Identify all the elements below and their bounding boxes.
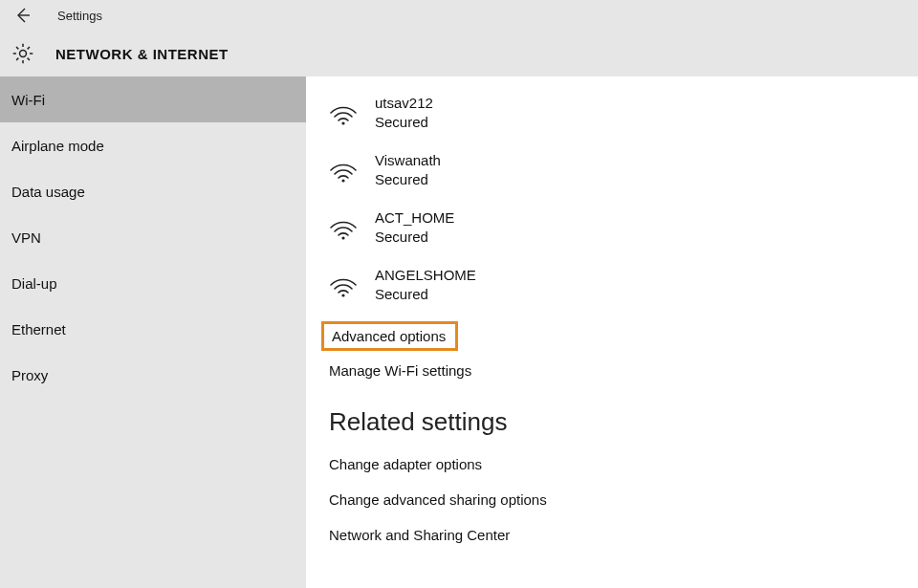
wifi-network-text: utsav212 Secured xyxy=(375,94,433,132)
wifi-network-status: Secured xyxy=(375,285,476,304)
wifi-network-name: ANGELSHOME xyxy=(375,266,476,285)
wifi-network-text: ANGELSHOME Secured xyxy=(375,266,476,304)
change-adapter-options-link[interactable]: Change adapter options xyxy=(329,446,918,482)
sidebar: Wi-Fi Airplane mode Data usage VPN Dial-… xyxy=(0,76,306,588)
wifi-icon xyxy=(329,100,358,125)
svg-point-2 xyxy=(341,121,344,124)
wifi-network-item[interactable]: utsav212 Secured xyxy=(329,86,918,143)
advanced-options-highlight: Advanced options xyxy=(321,321,458,351)
gear-icon xyxy=(10,40,36,67)
wifi-network-item[interactable]: Viswanath Secured xyxy=(329,143,918,201)
body: Wi-Fi Airplane mode Data usage VPN Dial-… xyxy=(0,76,918,588)
network-sharing-center-link[interactable]: Network and Sharing Center xyxy=(329,517,918,553)
sidebar-item-label: Data usage xyxy=(11,184,85,200)
wifi-network-status: Secured xyxy=(375,228,454,247)
wifi-icon xyxy=(329,158,358,183)
wifi-network-item[interactable]: ACT_HOME Secured xyxy=(329,201,918,258)
content-pane: utsav212 Secured Viswanath Secured xyxy=(306,76,918,588)
back-arrow-icon xyxy=(13,6,33,25)
settings-window: Settings NETWORK & INTERNET Wi-Fi Airpla… xyxy=(0,0,918,588)
sidebar-item-label: Airplane mode xyxy=(11,138,104,154)
sidebar-item-airplane-mode[interactable]: Airplane mode xyxy=(0,122,306,168)
wifi-network-name: ACT_HOME xyxy=(375,208,454,228)
page-header: NETWORK & INTERNET xyxy=(0,31,918,76)
svg-point-1 xyxy=(20,51,27,57)
manage-wifi-settings-link[interactable]: Manage Wi-Fi settings xyxy=(329,355,471,386)
sidebar-item-vpn[interactable]: VPN xyxy=(0,214,306,260)
svg-point-4 xyxy=(341,236,344,239)
sidebar-item-label: Ethernet xyxy=(11,321,66,338)
wifi-icon xyxy=(329,215,358,240)
sidebar-item-label: Proxy xyxy=(11,367,48,383)
sidebar-item-label: VPN xyxy=(11,229,41,246)
page-heading: NETWORK & INTERNET xyxy=(55,46,229,62)
change-advanced-sharing-link[interactable]: Change advanced sharing options xyxy=(329,482,918,517)
sidebar-item-dial-up[interactable]: Dial-up xyxy=(0,260,306,306)
sidebar-item-data-usage[interactable]: Data usage xyxy=(0,168,306,214)
wifi-network-name: utsav212 xyxy=(375,94,433,113)
back-button[interactable] xyxy=(8,0,38,31)
wifi-network-item[interactable]: ANGELSHOME Secured xyxy=(329,258,918,316)
titlebar: Settings xyxy=(0,0,918,31)
wifi-network-name: Viswanath xyxy=(375,151,441,170)
wifi-network-text: ACT_HOME Secured xyxy=(375,208,454,247)
svg-point-3 xyxy=(341,179,344,182)
sidebar-item-label: Dial-up xyxy=(11,275,57,292)
sidebar-item-wifi[interactable]: Wi-Fi xyxy=(0,76,306,122)
advanced-options-link[interactable]: Advanced options xyxy=(332,328,446,344)
svg-point-5 xyxy=(341,294,344,296)
wifi-network-text: Viswanath Secured xyxy=(375,151,441,189)
titlebar-title: Settings xyxy=(57,9,102,23)
sidebar-item-proxy[interactable]: Proxy xyxy=(0,352,306,398)
wifi-network-status: Secured xyxy=(375,170,441,189)
related-settings-heading: Related settings xyxy=(329,407,918,437)
sidebar-item-ethernet[interactable]: Ethernet xyxy=(0,306,306,352)
wifi-network-status: Secured xyxy=(375,113,433,132)
wifi-icon xyxy=(329,272,358,297)
sidebar-item-label: Wi-Fi xyxy=(11,92,45,108)
